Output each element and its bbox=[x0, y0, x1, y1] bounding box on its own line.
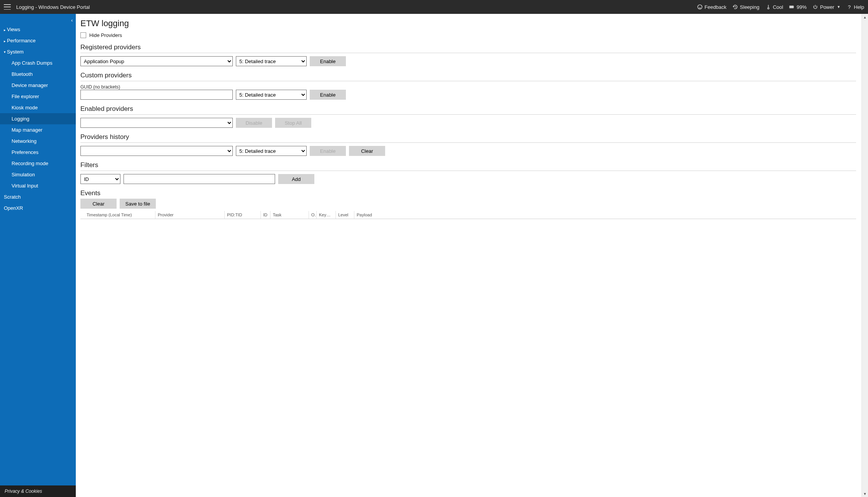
power-icon bbox=[813, 4, 818, 10]
col-pidtid[interactable]: PID:TID bbox=[225, 211, 261, 219]
power-menu[interactable]: Power ▼ bbox=[813, 4, 840, 10]
events-save-button[interactable]: Save to file bbox=[120, 199, 156, 209]
sidebar-nav: Views Performance System App Crash Dumps… bbox=[0, 14, 76, 485]
topbar: Logging - Windows Device Portal Feedback… bbox=[0, 0, 868, 14]
col-payload[interactable]: Payload bbox=[354, 211, 856, 219]
sidebar-item-scratch[interactable]: Scratch bbox=[0, 191, 76, 202]
history-clear-button[interactable]: Clear bbox=[349, 146, 385, 156]
history-icon bbox=[733, 4, 738, 10]
custom-providers-heading: Custom providers bbox=[80, 72, 856, 79]
divider bbox=[80, 114, 856, 115]
help-link[interactable]: ? Help bbox=[846, 4, 864, 10]
enabled-provider-select[interactable] bbox=[80, 118, 233, 128]
hamburger-icon[interactable] bbox=[4, 4, 11, 10]
history-provider-select[interactable] bbox=[80, 146, 233, 156]
col-id[interactable]: ID bbox=[261, 211, 270, 219]
main-content: ETW logging Hide Providers Registered pr… bbox=[76, 14, 861, 497]
custom-guid-input[interactable] bbox=[80, 90, 233, 100]
enabled-providers-heading: Enabled providers bbox=[80, 105, 856, 113]
question-icon: ? bbox=[846, 4, 852, 10]
events-clear-button[interactable]: Clear bbox=[80, 199, 117, 209]
sleep-label: Sleeping bbox=[740, 4, 760, 10]
divider bbox=[80, 81, 856, 81]
smile-icon bbox=[697, 4, 703, 10]
thermometer-icon bbox=[766, 4, 771, 10]
col-level[interactable]: Level bbox=[336, 211, 354, 219]
sidebar-item-preferences[interactable]: Preferences bbox=[0, 147, 76, 158]
sidebar-item-bluetooth[interactable]: Bluetooth bbox=[0, 69, 76, 80]
guid-label: GUID (no brackets) bbox=[80, 84, 856, 90]
events-table-header: Timestamp (Local Time) Provider PID:TID … bbox=[80, 211, 856, 219]
sidebar-item-map-manager[interactable]: Map manager bbox=[0, 124, 76, 136]
filter-type-select[interactable]: ID bbox=[80, 174, 120, 184]
help-label: Help bbox=[854, 4, 864, 10]
divider bbox=[80, 53, 856, 53]
nav-group-performance[interactable]: Performance bbox=[0, 35, 76, 46]
sleep-status[interactable]: Sleeping bbox=[733, 4, 760, 10]
svg-point-1 bbox=[699, 6, 699, 7]
sidebar-item-app-crash-dumps[interactable]: App Crash Dumps bbox=[0, 57, 76, 69]
sidebar: ‹ Views Performance System App Crash Dum… bbox=[0, 14, 76, 497]
col-provider[interactable]: Provider bbox=[155, 211, 225, 219]
sidebar-item-device-manager[interactable]: Device manager bbox=[0, 80, 76, 91]
filters-heading: Filters bbox=[80, 161, 856, 169]
battery-icon bbox=[789, 4, 795, 10]
col-opcode[interactable]: O... bbox=[309, 211, 317, 219]
chevron-down-icon: ▼ bbox=[837, 5, 840, 9]
collapse-sidebar-icon[interactable]: ‹ bbox=[71, 18, 73, 23]
temp-label: Cool bbox=[773, 4, 783, 10]
registered-providers-heading: Registered providers bbox=[80, 44, 856, 51]
nav-group-system[interactable]: System bbox=[0, 46, 76, 57]
registered-level-select[interactable]: 5: Detailed trace bbox=[236, 56, 307, 66]
providers-history-heading: Providers history bbox=[80, 133, 856, 141]
scroll-up-icon[interactable]: ▲ bbox=[862, 14, 868, 20]
svg-point-3 bbox=[768, 8, 769, 9]
scrollbar[interactable]: ▲ ▼ bbox=[861, 14, 868, 497]
custom-enable-button[interactable]: Enable bbox=[310, 90, 346, 100]
page-title: ETW logging bbox=[80, 18, 856, 28]
disable-button[interactable]: Disable bbox=[236, 118, 272, 128]
filter-value-input[interactable] bbox=[124, 174, 275, 184]
sidebar-item-logging[interactable]: Logging bbox=[0, 113, 76, 124]
battery-label: 99% bbox=[796, 4, 806, 10]
col-task[interactable]: Task bbox=[270, 211, 309, 219]
sidebar-item-openxr[interactable]: OpenXR bbox=[0, 202, 76, 214]
hide-providers-checkbox[interactable] bbox=[80, 32, 86, 38]
col-timestamp[interactable]: Timestamp (Local Time) bbox=[84, 211, 155, 219]
divider bbox=[80, 171, 856, 171]
privacy-cookies-link[interactable]: Privacy & Cookies bbox=[0, 485, 76, 497]
power-label: Power bbox=[820, 4, 834, 10]
sidebar-item-networking[interactable]: Networking bbox=[0, 136, 76, 147]
events-heading: Events bbox=[80, 189, 856, 197]
registered-provider-select[interactable]: Application Popup bbox=[80, 56, 233, 66]
sidebar-item-file-explorer[interactable]: File explorer bbox=[0, 91, 76, 102]
sidebar-item-virtual-input[interactable]: Virtual Input bbox=[0, 180, 76, 191]
divider bbox=[80, 142, 856, 143]
custom-level-select[interactable]: 5: Detailed trace bbox=[236, 90, 307, 100]
sidebar-item-recording-mode[interactable]: Recording mode bbox=[0, 158, 76, 169]
app-title: Logging - Windows Device Portal bbox=[16, 4, 90, 10]
svg-point-2 bbox=[701, 6, 701, 7]
svg-rect-5 bbox=[793, 7, 794, 8]
feedback-label: Feedback bbox=[704, 4, 726, 10]
temp-status[interactable]: Cool bbox=[766, 4, 783, 10]
col-keyword[interactable]: Keyword bbox=[317, 211, 336, 219]
hide-providers-label: Hide Providers bbox=[89, 32, 122, 38]
feedback-link[interactable]: Feedback bbox=[697, 4, 726, 10]
stop-all-button[interactable]: Stop All bbox=[275, 118, 311, 128]
sidebar-item-kiosk-mode[interactable]: Kiosk mode bbox=[0, 102, 76, 113]
filter-add-button[interactable]: Add bbox=[278, 174, 314, 184]
nav-group-views[interactable]: Views bbox=[0, 24, 76, 35]
history-enable-button[interactable]: Enable bbox=[310, 146, 346, 156]
sidebar-item-simulation[interactable]: Simulation bbox=[0, 169, 76, 180]
registered-enable-button[interactable]: Enable bbox=[310, 56, 346, 66]
battery-status[interactable]: 99% bbox=[789, 4, 806, 10]
history-level-select[interactable]: 5: Detailed trace bbox=[236, 146, 307, 156]
svg-rect-6 bbox=[790, 6, 793, 8]
svg-point-0 bbox=[698, 5, 702, 9]
scroll-down-icon[interactable]: ▼ bbox=[862, 490, 868, 497]
